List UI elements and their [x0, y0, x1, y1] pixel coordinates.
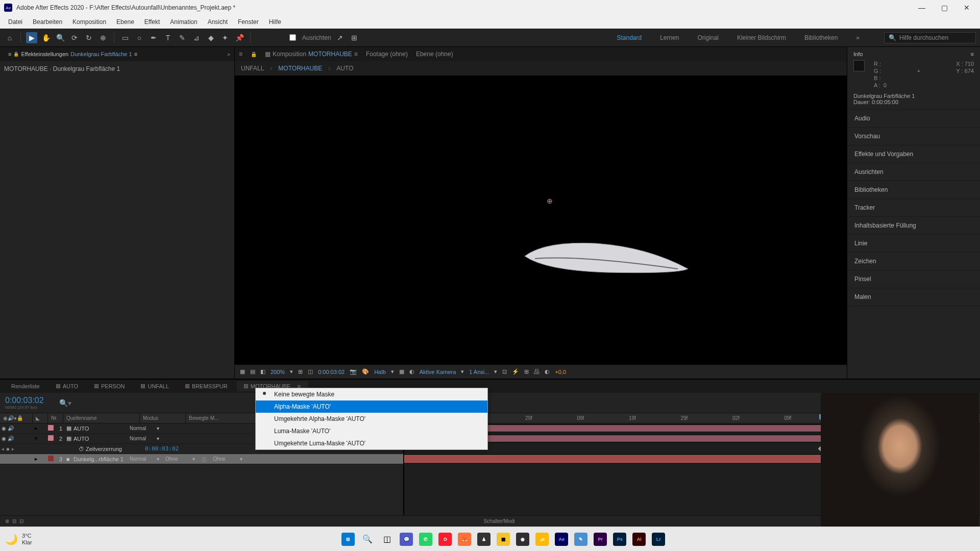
parent-select[interactable]: Ohne▾	[210, 456, 246, 462]
snap-checkbox[interactable]	[289, 34, 296, 41]
timeline-search-icon[interactable]: 🔍▾	[59, 399, 71, 407]
teams-icon[interactable]: 💬	[398, 531, 414, 547]
panel-menu-icon[interactable]: ≡	[971, 51, 974, 57]
premiere-icon[interactable]: Pr	[592, 531, 608, 547]
motion-blur-icon[interactable]: ⊡	[19, 518, 23, 524]
twirl-icon[interactable]: ▸	[29, 456, 44, 462]
tab-options-icon[interactable]: ≡	[134, 51, 137, 57]
keyframe-toggle-icon[interactable]: ◆	[5, 446, 10, 452]
after-effects-icon[interactable]: Ae	[553, 531, 570, 547]
rectangle-tool-icon[interactable]: ▭	[119, 32, 131, 43]
type-tool-icon[interactable]: T	[162, 32, 174, 43]
comp-panel-menu-icon[interactable]: ≡	[239, 51, 242, 58]
blend-mode-select[interactable]: Normal▾	[127, 456, 162, 462]
workspace-original[interactable]: Original	[694, 32, 723, 43]
channel-icon[interactable]: ▤	[250, 368, 255, 375]
layer-row[interactable]: ▸ 3 ■ Dunkelg...rbfläche 1 Normal▾ Ohne▾…	[0, 454, 403, 464]
workspace-kleiner[interactable]: Kleiner Bildschirm	[733, 32, 790, 43]
firefox-icon[interactable]: 🦊	[456, 531, 473, 547]
property-value[interactable]: 0:00:03:02	[145, 445, 179, 452]
keyframe-nav-next-icon[interactable]: ▸	[10, 446, 15, 452]
exposure-value[interactable]: +0,0	[555, 369, 566, 375]
layer-name[interactable]: AUTO	[71, 436, 127, 442]
timeline-icon[interactable]: ⊞	[524, 368, 529, 375]
layer-name[interactable]: AUTO	[71, 425, 127, 432]
effects-settings-tab[interactable]: ≡ 🔒 Effekteinstellungen Dunkelgrau Farbf…	[4, 49, 141, 59]
close-button[interactable]: ✕	[962, 4, 972, 12]
hand-tool-icon[interactable]: ✋	[40, 32, 52, 43]
frame-blend-icon[interactable]: ⊟	[12, 518, 16, 524]
current-time[interactable]: 0:00:03:02	[318, 369, 345, 375]
tab-auto[interactable]: AUTO	[49, 381, 85, 391]
dropdown-item-alpha-inverted[interactable]: Umgekehrte Alpha-Maske 'AUTO'	[256, 413, 487, 425]
clone-stamp-icon[interactable]: ⊿	[191, 32, 202, 43]
panel-vorschau[interactable]: Vorschau	[847, 128, 980, 145]
snap-options-icon[interactable]: ↗	[334, 32, 346, 43]
fast-preview-icon[interactable]: ⚡	[512, 368, 519, 375]
dropdown-item-luma-inverted[interactable]: Umgekehrte Luma-Maske 'AUTO'	[256, 437, 487, 449]
blend-mode-select[interactable]: Normal▾	[127, 425, 162, 431]
tab-bremsspur[interactable]: BREMSSPUR	[178, 381, 235, 391]
panel-pinsel[interactable]: Pinsel	[847, 270, 980, 288]
lock-icon[interactable]: 🔒	[13, 52, 19, 57]
search-button[interactable]: 🔍	[359, 531, 376, 547]
photoshop-icon[interactable]: Ps	[611, 531, 628, 547]
tab-renderliste[interactable]: Renderliste	[4, 381, 47, 391]
ellipse-tool-icon[interactable]: ○	[134, 32, 145, 43]
dropdown-item-alpha[interactable]: Alpha-Maske 'AUTO'	[256, 400, 487, 413]
home-icon[interactable]: ⌂	[4, 32, 15, 43]
start-button[interactable]: ⊞	[340, 531, 356, 547]
menu-fenster[interactable]: Fenster	[234, 17, 263, 27]
guides-icon[interactable]: ◫	[308, 368, 313, 375]
camera-select[interactable]: Aktive Kamera	[420, 369, 456, 375]
menu-animation[interactable]: Animation	[166, 17, 201, 27]
grid-icon[interactable]: ⊞	[298, 368, 303, 375]
roto-brush-icon[interactable]: ✦	[219, 32, 231, 43]
comp-tab-options-icon[interactable]: ≡	[354, 51, 358, 58]
breadcrumb-unfall[interactable]: UNFALL	[241, 65, 264, 72]
puppet-pin-icon[interactable]: 📌	[234, 32, 245, 43]
panel-malen[interactable]: Malen	[847, 288, 980, 306]
resolution-select[interactable]: Halb	[374, 369, 386, 375]
help-search-input[interactable]: 🔍 Hilfe durchsuchen	[884, 32, 976, 43]
layer-tab[interactable]: Ebene (ohne)	[416, 51, 453, 58]
blend-mode-select[interactable]: Normal▾	[127, 436, 162, 441]
lock-col-icon[interactable]: 🔒	[17, 415, 23, 421]
workspace-bibliotheken[interactable]: Bibliotheken	[800, 32, 842, 43]
res-dropdown-icon[interactable]: ▾	[391, 368, 394, 375]
transparency-icon[interactable]: ▦	[399, 368, 404, 375]
panel-effekte[interactable]: Effekte und Vorgaben	[847, 145, 980, 163]
tab-person[interactable]: PERSON	[87, 381, 132, 391]
keyframe-nav-prev-icon[interactable]: ◂	[0, 446, 5, 452]
snapshot-icon[interactable]: 📷	[350, 368, 357, 375]
pixel-aspect-icon[interactable]: ⊡	[502, 368, 507, 375]
stopwatch-icon[interactable]: ⏱	[77, 446, 84, 452]
dropdown-item-none[interactable]: Keine bewegte Maske	[256, 388, 487, 400]
opera-icon[interactable]: O	[437, 531, 453, 547]
menu-hilfe[interactable]: Hilfe	[265, 17, 285, 27]
lightroom-icon[interactable]: Lr	[650, 531, 667, 547]
explorer-icon[interactable]: 📁	[534, 531, 550, 547]
workspace-more-icon[interactable]: »	[852, 32, 864, 43]
twirl-icon[interactable]: ▾	[29, 435, 44, 442]
mask-icon[interactable]: ◐	[409, 368, 414, 375]
switches-modes-toggle[interactable]: Schalter/Modi	[483, 518, 514, 524]
selection-tool-icon[interactable]: ▶	[26, 32, 37, 43]
eye-col-icon[interactable]: ◉	[3, 415, 8, 421]
menu-datei[interactable]: Datei	[4, 17, 27, 27]
menu-bearbeiten[interactable]: Bearbeiten	[29, 17, 66, 27]
app-icon[interactable]: ♟	[476, 531, 492, 547]
rotation-tool-icon[interactable]: ↻	[83, 32, 94, 43]
footage-tab[interactable]: Footage (ohne)	[366, 51, 408, 58]
app-icon[interactable]: ✎	[573, 531, 589, 547]
panel-tracker[interactable]: Tracker	[847, 199, 980, 217]
whatsapp-icon[interactable]: ✆	[418, 531, 434, 547]
resolution-icon[interactable]: ◧	[260, 368, 265, 375]
magnification-icon[interactable]: ▦	[240, 368, 245, 375]
panel-content-aware[interactable]: Inhaltsbasierte Füllung	[847, 217, 980, 235]
snap-toggle-icon[interactable]: ⊞	[349, 32, 360, 43]
tab-unfall[interactable]: UNFALL	[134, 381, 176, 391]
toggle-switches-icon[interactable]: ⊕	[5, 518, 9, 524]
composition-viewer[interactable]: ⊕	[235, 76, 847, 364]
view-layout[interactable]: 1 Ansi...	[469, 369, 489, 375]
